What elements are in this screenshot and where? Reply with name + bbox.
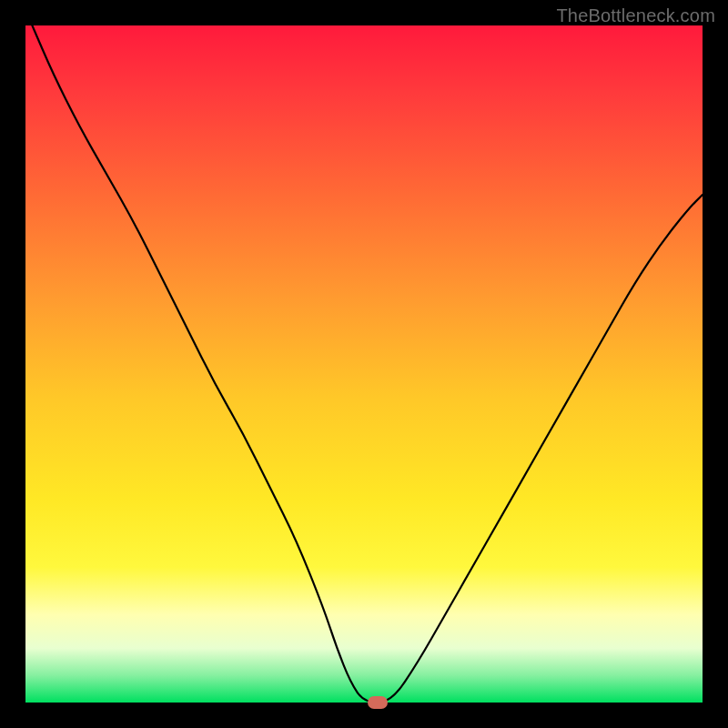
optimal-point-marker (368, 696, 388, 709)
bottleneck-curve (25, 25, 703, 703)
chart-plot-area (25, 25, 703, 703)
watermark-text: TheBottleneck.com (556, 5, 715, 26)
chart-frame: TheBottleneck.com (0, 0, 728, 728)
curve-path (32, 25, 703, 703)
